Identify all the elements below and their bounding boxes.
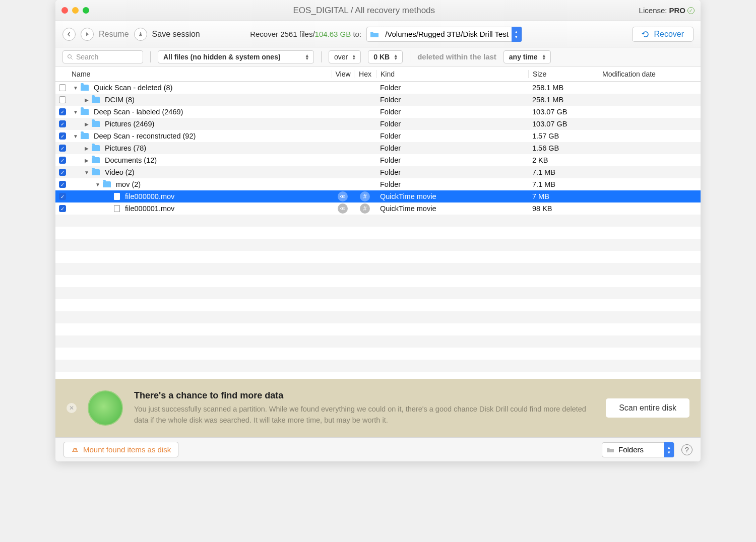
disclosure-open-icon[interactable]: ▼ [84,170,90,175]
empty-row [55,275,701,287]
file-icon [114,193,120,200]
row-name: Quick Scan - deleted (8) [94,84,172,92]
hex-icon[interactable]: # [360,204,370,214]
table-row[interactable]: ✓▶Pictures (78)Folder1.56 GB [55,142,701,154]
row-checkbox[interactable]: ✓ [59,181,66,188]
table-row[interactable]: ✓▶Documents (12)Folder2 KB [55,154,701,166]
preview-icon[interactable] [338,204,348,214]
search-input[interactable]: Search [62,50,143,63]
folder-icon [92,157,100,163]
chevron-left-icon [67,32,72,37]
view-mode-selector[interactable]: Folders ▴▾ [602,442,674,457]
empty-row [55,299,701,311]
recover-button-label: Recover [654,30,684,39]
mount-button[interactable]: Mount found items as disk [64,442,178,457]
row-name: Documents (12) [105,156,157,164]
back-button[interactable] [62,28,76,41]
zoom-window-button[interactable] [83,7,89,14]
table-row[interactable]: ✓▶Pictures (2469)Folder103.07 GB [55,118,701,130]
size-operator-dropdown[interactable]: over▴▾ [329,50,361,63]
license-indicator[interactable]: License: PRO ✓ [639,6,695,15]
folder-icon [81,85,89,91]
table-row[interactable]: ✓▼mov (2)Folder7.1 MB [55,178,701,190]
disclosure-closed-icon[interactable]: ▶ [84,146,90,151]
time-filter-dropdown[interactable]: any time▴▾ [503,50,551,63]
scan-entire-disk-button[interactable]: Scan entire disk [606,398,689,418]
mount-label: Mount found items as disk [83,445,171,454]
row-kind: Folder [376,180,528,188]
table-row[interactable]: ✓file000001.mov#QuickTime movie98 KB [55,202,701,215]
disclosure-closed-icon[interactable]: ▶ [84,97,90,103]
table-row[interactable]: ▶DCIM (8)Folder258.1 MB [55,94,701,106]
row-checkbox[interactable]: ✓ [59,205,66,212]
recover-button[interactable]: Recover [632,27,694,42]
row-checkbox[interactable] [59,96,66,103]
bottom-bar: Mount found items as disk Folders ▴▾ ? [55,437,701,461]
table-row[interactable]: ✓▼Deep Scan - labeled (2469)Folder103.07… [55,106,701,118]
mount-icon [71,446,79,453]
stepper-icon[interactable]: ▴▾ [664,442,674,457]
column-mod[interactable]: Modification date [598,70,701,78]
chevron-updown-icon: ▴▾ [395,54,397,60]
disclosure-open-icon[interactable]: ▼ [73,109,79,115]
table-row[interactable]: ✓▼Deep Scan - reconstructed (92)Folder1.… [55,130,701,142]
file-filter-dropdown[interactable]: All files (no hidden & system ones)▴▾ [158,50,314,63]
column-kind[interactable]: Kind [376,70,528,78]
preview-icon[interactable] [338,191,348,201]
titlebar: EOS_DIGITAL / All recovery methods Licen… [55,0,701,21]
stepper-icon[interactable]: ▴▾ [512,27,522,42]
column-size[interactable]: Size [528,70,598,78]
row-kind: QuickTime movie [376,205,528,213]
row-size: 7 MB [528,192,598,200]
row-checkbox[interactable]: ✓ [59,108,66,115]
disclosure-closed-icon[interactable]: ▶ [84,121,90,127]
row-checkbox[interactable] [59,84,66,91]
empty-row [55,335,701,348]
table-row[interactable]: ✓▼Video (2)Folder7.1 MB [55,166,701,178]
folder-icon [92,121,100,127]
row-kind: Folder [376,84,528,92]
chevron-updown-icon: ▴▾ [543,54,545,60]
row-kind: QuickTime movie [376,192,528,200]
save-session-icon-button[interactable] [134,28,147,41]
empty-row [55,227,701,239]
size-value-dropdown[interactable]: 0 KB▴▾ [368,50,403,63]
save-session-label[interactable]: Save session [152,30,200,39]
row-checkbox[interactable]: ✓ [59,169,66,176]
resume-label[interactable]: Resume [99,30,129,39]
search-icon [67,54,73,60]
close-window-button[interactable] [61,7,68,14]
disclosure-open-icon[interactable]: ▼ [73,85,79,91]
view-mode-label: Folders [618,445,664,454]
column-view[interactable]: View [332,70,354,78]
column-hex[interactable]: Hex [354,70,376,78]
column-name[interactable]: Name [70,70,332,78]
row-name: file000001.mov [125,205,174,213]
disclosure-open-icon[interactable]: ▼ [73,133,79,139]
row-checkbox[interactable]: ✓ [59,157,66,164]
empty-row [55,251,701,263]
row-checkbox[interactable]: ✓ [59,120,66,127]
row-checkbox[interactable]: ✓ [59,132,66,140]
folder-icon [602,447,618,453]
recover-summary: Recover 2561 files/104.63 GB to: [250,30,361,38]
disclosure-open-icon[interactable]: ▼ [95,182,101,187]
banner-close-button[interactable]: ✕ [67,403,77,413]
disclosure-closed-icon[interactable]: ▶ [84,158,90,163]
row-size: 258.1 MB [528,96,598,104]
folder-icon [103,181,111,187]
destination-selector[interactable]: /Volumes/Rugged 3TB/Disk Drill Test ▴▾ [366,27,522,42]
table-row[interactable]: ▼Quick Scan - deleted (8)Folder258.1 MB [55,82,701,94]
hex-icon[interactable]: # [360,191,370,201]
play-button[interactable] [81,28,94,41]
folder-icon [81,133,89,139]
file-tree[interactable]: ▼Quick Scan - deleted (8)Folder258.1 MB▶… [55,82,701,379]
row-kind: Folder [376,156,528,164]
row-checkbox[interactable]: ✓ [59,145,66,152]
table-row[interactable]: ✓file000000.mov#QuickTime movie7 MB [55,190,701,202]
window-title: EOS_DIGITAL / All recovery methods [89,6,639,16]
row-checkbox[interactable]: ✓ [59,193,66,200]
help-button[interactable]: ? [681,444,692,455]
minimize-window-button[interactable] [72,7,79,14]
row-name: mov (2) [116,180,141,188]
